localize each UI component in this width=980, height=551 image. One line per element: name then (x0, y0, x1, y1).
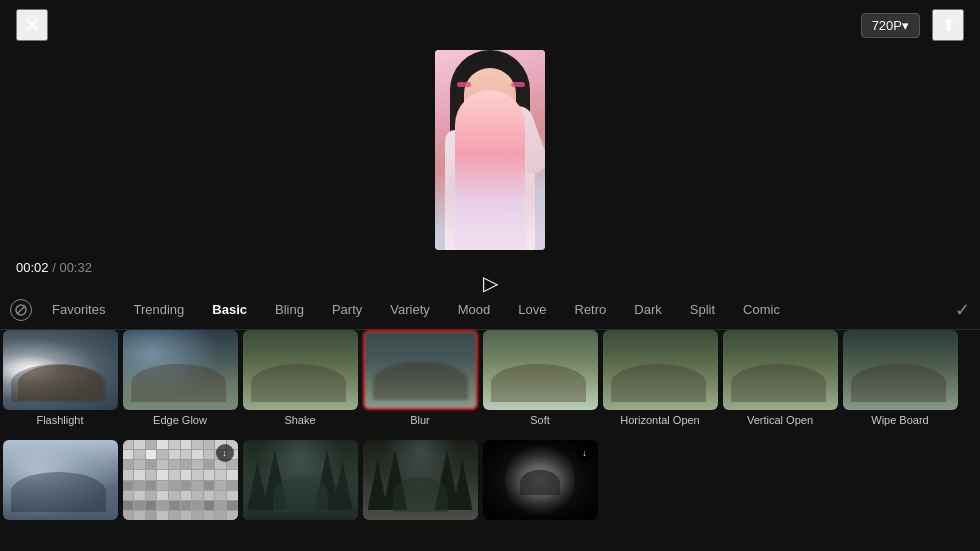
effect-wipeboard[interactable]: Wipe Board (840, 330, 960, 440)
effects-row-1: Flashlight Edge Glow Shake Blur (0, 330, 980, 440)
tab-retro[interactable]: Retro (563, 296, 619, 323)
effect-shake[interactable]: Shake (240, 330, 360, 440)
tab-love[interactable]: Love (506, 296, 558, 323)
download-badge-pixel: ↓ (216, 444, 234, 462)
effect-shake-label: Shake (284, 414, 315, 426)
tab-dark[interactable]: Dark (622, 296, 673, 323)
top-right-controls: 720P▾ ⬆ (861, 9, 964, 41)
effects-row-2: ↓ (0, 440, 980, 550)
video-thumbnail (435, 50, 545, 250)
tab-comic[interactable]: Comic (731, 296, 792, 323)
effect-blur-thumb (363, 330, 478, 410)
effect-vertical-thumb (723, 330, 838, 410)
tab-mood[interactable]: Mood (446, 296, 503, 323)
effect-blur-label: Blur (410, 414, 430, 426)
no-effect-tab[interactable] (10, 299, 32, 321)
effect-horizontal-thumb (603, 330, 718, 410)
effect-soft-thumb (483, 330, 598, 410)
effect-horizontal-open[interactable]: Horizontal Open (600, 330, 720, 440)
effect-shake-thumb (243, 330, 358, 410)
effect-wipeboard-thumb (843, 330, 958, 410)
effect-horizontal-label: Horizontal Open (620, 414, 700, 426)
effect-wipeboard-label: Wipe Board (871, 414, 928, 426)
svg-line-1 (17, 306, 25, 314)
effect-forestdark2[interactable] (360, 440, 480, 550)
effect-darkforest[interactable] (240, 440, 360, 550)
effect-edgeglow[interactable]: Edge Glow (120, 330, 240, 440)
tab-trending[interactable]: Trending (121, 296, 196, 323)
effect-soft-label: Soft (530, 414, 550, 426)
effect-edgeglow-label: Edge Glow (153, 414, 207, 426)
effect-darkforest-thumb (243, 440, 358, 520)
effect-vignette-thumb: ↓ (483, 440, 598, 520)
effect-flashlight-thumb (3, 330, 118, 410)
tab-basic[interactable]: Basic (200, 296, 259, 323)
close-button[interactable]: ✕ (16, 9, 48, 41)
download-badge-vignette: ↓ (576, 444, 594, 462)
category-tabs: Favorites Trending Basic Bling Party Var… (0, 290, 980, 330)
tab-variety[interactable]: Variety (378, 296, 442, 323)
top-bar: ✕ 720P▾ ⬆ (0, 0, 980, 50)
timestamp: 00:02 / 00:32 (16, 260, 92, 275)
resolution-button[interactable]: 720P▾ (861, 13, 920, 38)
effect-pixel[interactable]: ↓ (120, 440, 240, 550)
effect-blur[interactable]: Blur (360, 330, 480, 440)
effect-edgeglow-thumb (123, 330, 238, 410)
tab-split[interactable]: Split (678, 296, 727, 323)
tab-bling[interactable]: Bling (263, 296, 316, 323)
effect-vertical-open[interactable]: Vertical Open (720, 330, 840, 440)
effect-flashlight-label: Flashlight (36, 414, 83, 426)
total-time: / 00:32 (52, 260, 92, 275)
effect-vignette[interactable]: ↓ (480, 440, 600, 550)
effect-vertical-label: Vertical Open (747, 414, 813, 426)
ban-icon (15, 304, 27, 316)
upload-button[interactable]: ⬆ (932, 9, 964, 41)
effect-forestdark2-thumb (363, 440, 478, 520)
tab-party[interactable]: Party (320, 296, 374, 323)
effect-soft[interactable]: Soft (480, 330, 600, 440)
current-time: 00:02 (16, 260, 49, 275)
effect-pixel-thumb: ↓ (123, 440, 238, 520)
tab-favorites[interactable]: Favorites (40, 296, 117, 323)
effects-grid: Flashlight Edge Glow Shake Blur (0, 330, 980, 551)
effect-misty[interactable] (0, 440, 120, 550)
video-preview (435, 50, 545, 250)
effect-misty-thumb (3, 440, 118, 520)
confirm-button[interactable]: ✓ (955, 299, 970, 321)
effect-flashlight[interactable]: Flashlight (0, 330, 120, 440)
